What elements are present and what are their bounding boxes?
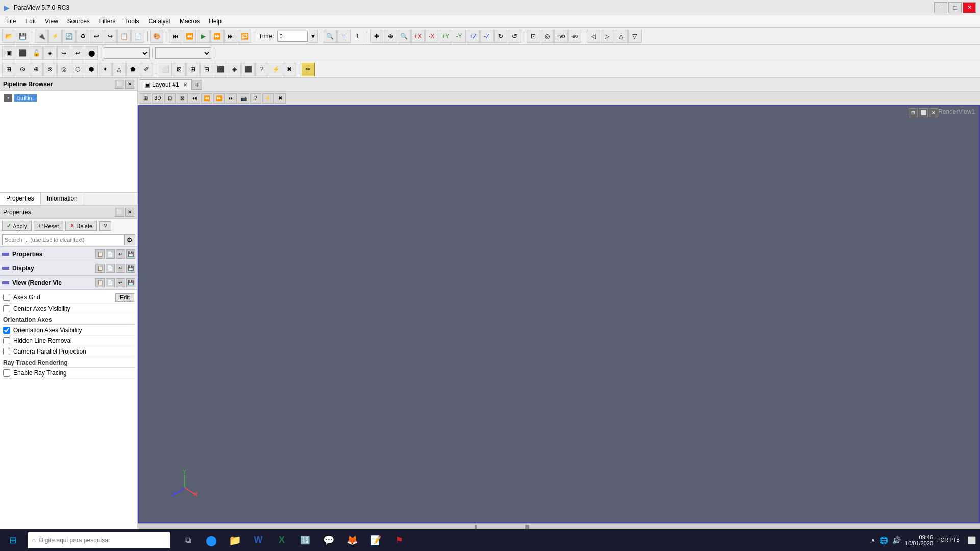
axes-grid-checkbox[interactable] — [3, 294, 10, 301]
roll-up-button[interactable]: △ — [615, 30, 628, 43]
tb3-btn3[interactable]: ⊕ — [30, 63, 43, 76]
rv-btn11[interactable]: ⚡ — [262, 93, 274, 104]
excel-button[interactable]: X — [271, 529, 293, 552]
show-desktop-button[interactable]: ⬜ — [964, 536, 976, 544]
minimize-button[interactable]: ─ — [934, 2, 947, 13]
layout-tab[interactable]: ▣ Layout #1 ✕ — [140, 79, 192, 90]
interaction-mode-button[interactable]: ✚ — [370, 30, 383, 43]
camera-reset-button[interactable]: ⊡ — [527, 30, 540, 43]
rv-btn9[interactable]: 📷 — [238, 93, 249, 104]
colorby-select[interactable] — [155, 47, 211, 59]
move-y-neg[interactable]: -Y — [453, 30, 466, 43]
select-surface-button[interactable]: ⊕ — [384, 30, 397, 43]
calculator-button[interactable]: 🔢 — [294, 529, 316, 552]
camera-orbit-button[interactable]: + — [337, 30, 351, 43]
search-input[interactable] — [2, 234, 124, 245]
disconnect-button[interactable]: ⚡ — [48, 30, 62, 43]
colormap-button[interactable]: 🎨 — [150, 30, 163, 43]
ray-tracing-checkbox[interactable] — [3, 369, 10, 377]
tb2-btn4[interactable]: ◈ — [43, 46, 57, 60]
network-icon[interactable]: 🌐 — [879, 536, 888, 544]
firefox-button[interactable]: 🦊 — [341, 529, 363, 552]
save-button[interactable]: 💾 — [16, 30, 29, 43]
help-button[interactable]: ? — [99, 221, 111, 231]
task-view-button[interactable]: ⧉ — [177, 529, 199, 552]
zoom-button[interactable]: 🔍 — [398, 30, 411, 43]
notification-hide-icon[interactable]: ∧ — [871, 537, 875, 544]
redo-button[interactable]: ↪ — [104, 30, 117, 43]
first-frame-button[interactable]: ⏮ — [169, 30, 182, 43]
word-button[interactable]: W — [247, 529, 270, 552]
roll-right-button[interactable]: ▷ — [601, 30, 614, 43]
tb3-sel9[interactable]: ⚡ — [269, 63, 282, 76]
undo-button[interactable]: ↩ — [90, 30, 103, 43]
orientation-axes-checkbox[interactable] — [3, 327, 10, 334]
recycle-button[interactable]: ♻ — [76, 30, 89, 43]
menu-catalyst[interactable]: Catalyst — [144, 17, 175, 26]
rv-split-h-button[interactable]: ⬜ — [919, 108, 928, 117]
properties-float-button[interactable]: ⬜ — [115, 208, 124, 217]
tb3-btn8[interactable]: ✦ — [99, 63, 112, 76]
rv-btn1[interactable]: ⊞ — [140, 93, 151, 104]
tb3-sel6[interactable]: ◈ — [228, 63, 241, 76]
start-button[interactable]: ⊞ — [0, 529, 26, 552]
tb3-sel10[interactable]: ✖ — [283, 63, 296, 76]
paste-button[interactable]: 📄 — [131, 30, 144, 43]
disp-paste-btn[interactable]: 📄 — [106, 264, 115, 273]
rv-btn8[interactable]: ⏭ — [226, 93, 237, 104]
reset-button[interactable]: ↩ Reset — [34, 221, 64, 231]
layout-close-icon[interactable]: ✕ — [183, 82, 187, 88]
rotate-ccw[interactable]: ↺ — [508, 30, 521, 43]
menu-help[interactable]: Help — [205, 17, 226, 26]
tb3-btn10[interactable]: ⬟ — [126, 63, 139, 76]
tb2-btn5[interactable]: ↪ — [57, 46, 70, 60]
prop-reset-btn[interactable]: ↩ — [116, 249, 125, 259]
rotate-cw[interactable]: ↻ — [494, 30, 507, 43]
rv-btn4[interactable]: ⊠ — [177, 93, 188, 104]
tb3-btn2[interactable]: ⊙ — [16, 63, 29, 76]
move-x-neg[interactable]: -X — [425, 30, 438, 43]
menu-file[interactable]: File — [2, 17, 20, 26]
taskbar-clock[interactable]: 09:46 10/01/2020 — [905, 534, 933, 546]
pipeline-float-button[interactable]: ⬜ — [115, 80, 124, 89]
tb3-btn9[interactable]: ◬ — [112, 63, 126, 76]
tb3-btn4[interactable]: ⊗ — [43, 63, 57, 76]
menu-edit[interactable]: Edit — [21, 17, 40, 26]
prop-paste-btn[interactable]: 📄 — [106, 249, 115, 259]
tab-properties[interactable]: Properties — [0, 193, 41, 205]
representation-select[interactable] — [104, 47, 150, 59]
roll-left-button[interactable]: ◁ — [587, 30, 600, 43]
app-icon-red[interactable]: ⚑ — [388, 529, 410, 552]
menu-macros[interactable]: Macros — [176, 17, 204, 26]
axes-grid-edit-button[interactable]: Edit — [115, 293, 134, 302]
file-explorer-button[interactable]: 📁 — [224, 529, 246, 552]
camera-neg90[interactable]: -90 — [568, 30, 581, 43]
rv-btn2[interactable]: 3D — [152, 93, 163, 104]
rv-btn3[interactable]: ⊡ — [164, 93, 176, 104]
tb3-btn11[interactable]: ✐ — [140, 63, 153, 76]
tb3-sel4[interactable]: ⊟ — [200, 63, 213, 76]
delete-button[interactable]: ✕ Delete — [65, 221, 97, 231]
tb2-btn7[interactable]: ⬤ — [85, 46, 98, 60]
tb2-btn2[interactable]: ⬛ — [16, 46, 29, 60]
edit-colormap-button[interactable]: ✏ — [302, 63, 315, 76]
tb3-btn1[interactable]: ⊞ — [2, 63, 15, 76]
play-button[interactable]: ▶ — [197, 30, 210, 43]
tb3-sel2[interactable]: ⊠ — [173, 63, 186, 76]
tb2-btn6[interactable]: ↩ — [71, 46, 84, 60]
center-axes-checkbox[interactable] — [3, 305, 10, 312]
tb2-btn1[interactable]: ▣ — [2, 46, 15, 60]
prop-copy-btn[interactable]: 📋 — [95, 249, 105, 259]
reload-button[interactable]: 🔄 — [62, 30, 76, 43]
open-file-button[interactable]: 📂 — [2, 30, 15, 43]
apply-button[interactable]: ✔ Apply — [2, 221, 32, 231]
disp-info-btn[interactable]: 💾 — [126, 264, 135, 273]
prop-info-btn[interactable]: 💾 — [126, 249, 135, 259]
tb3-btn6[interactable]: ⬡ — [71, 63, 84, 76]
properties-close-button[interactable]: ✕ — [125, 208, 134, 217]
rv-btn6[interactable]: ⏪ — [201, 93, 212, 104]
render-view[interactable]: RenderView1 ⊞ ⬜ ✕ Z X Y — [138, 105, 980, 523]
taskbar-search-box[interactable]: ○ — [28, 532, 170, 548]
view-reset-btn[interactable]: ↩ — [116, 278, 125, 287]
rv-tile-button[interactable]: ⊞ — [909, 108, 918, 117]
